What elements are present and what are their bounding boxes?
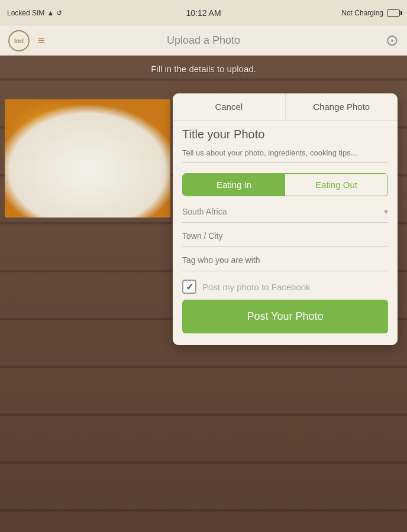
- food-photo: [5, 99, 170, 218]
- description-input[interactable]: [182, 144, 388, 163]
- change-photo-button[interactable]: Change Photo: [286, 93, 398, 120]
- camera-icon[interactable]: ⊙: [386, 31, 399, 50]
- chevron-down-icon: ▾: [384, 207, 388, 216]
- eating-out-button[interactable]: Eating Out: [285, 174, 387, 196]
- eating-toggle-group: Eating In Eating Out: [182, 173, 388, 196]
- hamburger-icon[interactable]: ≡: [38, 34, 45, 47]
- status-right: Not Charging: [341, 9, 400, 17]
- nav-left: lml ≡: [8, 30, 45, 51]
- town-city-input[interactable]: [182, 225, 388, 247]
- facebook-checkbox[interactable]: ✓: [182, 280, 196, 294]
- status-bar: Locked SIM ▲ ↺ 10:12 AM Not Charging: [0, 0, 407, 26]
- app-logo[interactable]: lml: [8, 30, 30, 51]
- post-photo-button[interactable]: Post Your Photo: [182, 300, 388, 333]
- country-dropdown[interactable]: South Africa ▾: [182, 201, 388, 223]
- form-panel: Cancel Change Photo Title your Photo Eat…: [173, 93, 398, 345]
- wifi-icon: ▲: [47, 9, 54, 17]
- page-title: Upload a Photo: [167, 34, 240, 47]
- battery-icon: [387, 9, 400, 17]
- nav-bar: lml ≡ Upload a Photo ⊙: [0, 26, 407, 56]
- food-image: [5, 99, 170, 218]
- tag-people-input[interactable]: [182, 249, 388, 271]
- cancel-button[interactable]: Cancel: [173, 93, 286, 120]
- facebook-label: Post my photo to Facebook: [202, 282, 311, 292]
- form-section-title: Title your Photo: [182, 128, 388, 141]
- checkmark-icon: ✓: [186, 281, 193, 293]
- eating-in-button[interactable]: Eating In: [183, 174, 285, 196]
- lock-status: Locked SIM: [7, 9, 44, 17]
- refresh-icon: ↺: [56, 9, 62, 17]
- charging-status: Not Charging: [341, 9, 383, 17]
- country-value: South Africa: [182, 207, 227, 216]
- form-inner: Title your Photo Eating In Eating Out So…: [173, 128, 398, 294]
- status-left: Locked SIM ▲ ↺: [7, 9, 62, 17]
- subtitle-text: Fill in the details to upload.: [0, 64, 407, 74]
- facebook-checkbox-row: ✓ Post my photo to Facebook: [182, 280, 388, 294]
- status-time: 10:12 AM: [186, 8, 221, 18]
- top-buttons: Cancel Change Photo: [173, 93, 398, 121]
